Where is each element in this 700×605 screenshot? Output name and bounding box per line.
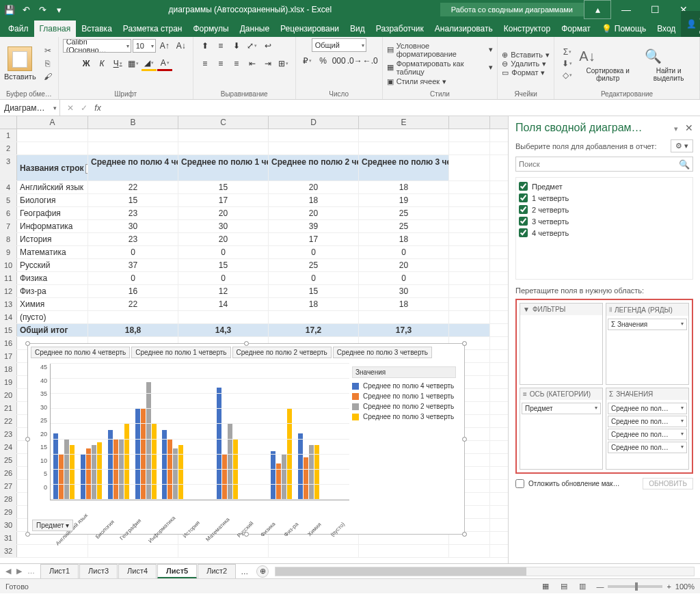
- row-header[interactable]: 16: [0, 337, 17, 349]
- row-header[interactable]: 19: [0, 376, 17, 388]
- col-header-F[interactable]: [449, 116, 490, 129]
- bar[interactable]: [298, 433, 303, 500]
- tab-page-layout[interactable]: Разметка стран: [118, 21, 188, 37]
- col-header-B[interactable]: B: [88, 116, 178, 129]
- minimize-icon[interactable]: —: [612, 0, 640, 19]
- undo-icon[interactable]: ↶: [19, 3, 33, 16]
- sheet-tab[interactable]: Лист2: [198, 564, 236, 578]
- copy-icon[interactable]: ⎘: [42, 58, 54, 69]
- view-normal-icon[interactable]: ▦: [537, 582, 554, 591]
- sheet-nav-next-icon[interactable]: ▶: [16, 567, 22, 576]
- row-header[interactable]: 20: [0, 389, 17, 401]
- legend-item[interactable]: Среднее по полю 4 четверть: [352, 382, 456, 390]
- underline-button[interactable]: Ч: [110, 56, 125, 71]
- legend-item[interactable]: Среднее по полю 2 четверть: [352, 403, 456, 410]
- number-format-combo[interactable]: Общий: [312, 38, 366, 52]
- zone-axis[interactable]: ≡ОСЬ (КАТЕГОРИИ) Предмет: [520, 388, 603, 470]
- view-page-layout-icon[interactable]: ▤: [556, 582, 572, 591]
- bar[interactable]: [173, 448, 178, 500]
- bar[interactable]: [162, 430, 167, 500]
- col-header-A[interactable]: A: [17, 116, 88, 129]
- zoom-out-icon[interactable]: —: [596, 582, 604, 591]
- layout-options-button[interactable]: ⚙ ▾: [671, 139, 693, 152]
- field-item[interactable]: Предмет: [519, 180, 690, 192]
- insert-cells-button[interactable]: ⊕Вставить ▾: [502, 51, 550, 59]
- row-header[interactable]: 14: [0, 311, 17, 323]
- decrease-font-icon[interactable]: A↓: [174, 38, 189, 53]
- row-header[interactable]: 8: [0, 233, 17, 245]
- task-pane-close-icon[interactable]: ✕: [685, 122, 693, 133]
- zone-item[interactable]: Среднее по пол…: [608, 442, 687, 453]
- task-pane-dropdown-icon[interactable]: ▾: [674, 124, 678, 133]
- tab-analyze[interactable]: Анализировать: [429, 21, 498, 37]
- bar[interactable]: [86, 448, 91, 500]
- row-header[interactable]: 27: [0, 480, 17, 492]
- zone-item[interactable]: Среднее по пол…: [608, 416, 687, 427]
- bar[interactable]: [108, 430, 113, 500]
- increase-decimal-icon[interactable]: .0→: [347, 53, 362, 68]
- share-button[interactable]: 👤Общий доступ: [681, 11, 700, 37]
- sheet-tab[interactable]: Лист5: [157, 564, 197, 578]
- select-all-corner[interactable]: [0, 116, 17, 129]
- field-list[interactable]: Предмет1 четверть2 четверть3 четверть4 ч…: [515, 177, 693, 280]
- bar[interactable]: [233, 440, 238, 500]
- zone-item[interactable]: Предмет: [522, 403, 601, 414]
- percent-format-icon[interactable]: %: [316, 53, 331, 68]
- decrease-decimal-icon[interactable]: ←.0: [363, 53, 378, 68]
- row-header[interactable]: 6: [0, 207, 17, 219]
- field-item[interactable]: 1 четверть: [519, 192, 690, 204]
- zoom-level[interactable]: 100%: [675, 582, 695, 591]
- align-bottom-icon[interactable]: ⬇: [229, 38, 244, 53]
- row-header[interactable]: 10: [0, 259, 17, 271]
- bar[interactable]: [287, 409, 292, 500]
- font-name-combo[interactable]: Calibri (Основно…: [63, 39, 131, 53]
- row-header[interactable]: 25: [0, 454, 17, 466]
- row-header[interactable]: 5: [0, 194, 17, 206]
- orientation-icon[interactable]: ⤢: [245, 38, 260, 53]
- chart-field-button[interactable]: Среднее по полю 3 четверть: [333, 347, 432, 358]
- chart-legend[interactable]: Значения Среднее по полю 4 четвертьСредн…: [349, 364, 459, 500]
- format-as-table-button[interactable]: ▦Форматировать как таблицу ▾: [387, 59, 494, 76]
- tab-view[interactable]: Вид: [345, 21, 371, 37]
- zone-values[interactable]: ΣЗНАЧЕНИЯ Среднее по пол…Среднее по пол……: [606, 388, 689, 470]
- formula-input[interactable]: [108, 100, 700, 116]
- legend-item[interactable]: Среднее по полю 1 четверть: [352, 392, 456, 400]
- delete-cells-button[interactable]: ⊖Удалить ▾: [502, 59, 550, 68]
- chart-field-button[interactable]: Среднее по полю 4 четверть: [31, 347, 130, 358]
- increase-font-icon[interactable]: A↑: [157, 38, 172, 53]
- field-item[interactable]: 4 четверть: [519, 227, 690, 239]
- maximize-icon[interactable]: ☐: [641, 0, 669, 19]
- worksheet[interactable]: A B C D E 123Названия строк▾Среднее по п…: [0, 116, 509, 563]
- fx-icon[interactable]: fx: [92, 103, 104, 113]
- field-item[interactable]: 3 четверть: [519, 215, 690, 227]
- sheet-nav-more-icon[interactable]: …: [27, 567, 35, 576]
- sort-filter-button[interactable]: A↓ Сортировка и фильтр: [576, 45, 639, 82]
- field-search[interactable]: 🔍: [515, 157, 693, 172]
- axis-field-button[interactable]: Предмет ▾: [32, 520, 73, 531]
- view-page-break-icon[interactable]: ▥: [574, 582, 591, 591]
- add-sheet-button[interactable]: ⊕: [256, 565, 269, 578]
- bar[interactable]: [113, 440, 118, 500]
- bar[interactable]: [97, 442, 102, 500]
- field-item[interactable]: 2 четверть: [519, 204, 690, 215]
- bar[interactable]: [228, 424, 232, 500]
- pivot-chart[interactable]: Среднее по полю 4 четвертьСреднее по пол…: [27, 343, 465, 535]
- bar[interactable]: [53, 433, 58, 500]
- row-header[interactable]: 32: [0, 545, 17, 557]
- increase-indent-icon[interactable]: ⇥: [260, 56, 275, 71]
- name-box[interactable]: Диаграм…: [0, 100, 60, 116]
- row-header[interactable]: 29: [0, 506, 17, 518]
- cut-icon[interactable]: ✂: [42, 45, 54, 56]
- col-header-D[interactable]: D: [269, 116, 359, 129]
- sheet-nav-prev-icon[interactable]: ◀: [5, 567, 11, 576]
- bar[interactable]: [282, 455, 286, 500]
- save-icon[interactable]: 💾: [3, 3, 16, 16]
- font-size-combo[interactable]: 10: [133, 39, 156, 53]
- zoom-slider[interactable]: [608, 585, 662, 588]
- row-header[interactable]: 21: [0, 402, 17, 414]
- signin-button[interactable]: Вход: [651, 21, 681, 37]
- qat-customize-icon[interactable]: ▾: [52, 3, 66, 16]
- enter-formula-icon[interactable]: ✓: [78, 103, 90, 113]
- col-header-C[interactable]: C: [178, 116, 269, 129]
- row-header[interactable]: 31: [0, 532, 17, 544]
